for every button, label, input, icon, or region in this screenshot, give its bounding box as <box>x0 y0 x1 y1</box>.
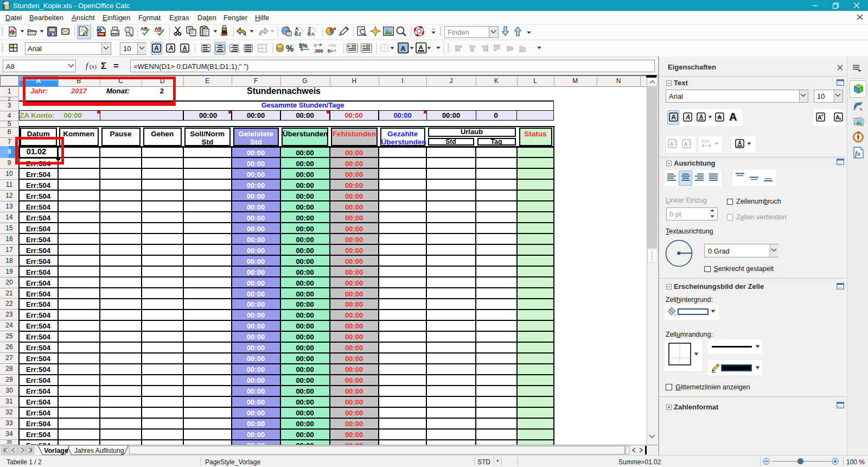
svg-text:A: A <box>295 26 298 31</box>
svg-text:0: 0 <box>328 48 330 54</box>
svg-text:A: A <box>699 113 704 120</box>
svg-text:A: A <box>183 45 187 51</box>
svg-text:0: 0 <box>314 43 317 48</box>
svg-text:A: A <box>168 45 174 52</box>
svg-text:A: A <box>729 111 737 123</box>
svg-text:.000: .000 <box>328 43 336 48</box>
svg-text:A: A <box>684 141 687 147</box>
svg-text:A\V: A\V <box>701 138 710 144</box>
svg-text:fx: fx <box>855 150 860 157</box>
svg-text:A: A <box>738 140 742 146</box>
svg-text:%: % <box>286 44 293 53</box>
svg-text:A: A <box>311 31 315 36</box>
svg-text:Σ: Σ <box>101 61 106 71</box>
svg-text:N: N <box>857 131 859 134</box>
svg-text:$%: $% <box>299 42 308 49</box>
svg-text:AB: AB <box>141 26 148 31</box>
svg-text:A: A <box>669 141 673 147</box>
svg-text:A: A <box>835 114 840 121</box>
svg-text:A: A <box>154 45 159 52</box>
svg-text:A: A <box>818 114 822 121</box>
svg-text:A: A <box>685 113 690 121</box>
svg-text:=: = <box>113 61 119 71</box>
svg-text:PDF: PDF <box>99 33 105 36</box>
svg-text:f: f <box>86 61 89 70</box>
svg-text:A: A <box>671 113 676 121</box>
svg-text:.000: .000 <box>314 48 323 54</box>
svg-text:(x): (x) <box>90 63 97 70</box>
svg-text:Z: Z <box>298 31 301 36</box>
svg-text:A: A <box>419 44 423 51</box>
svg-text:A: A <box>400 45 406 53</box>
svg-text:Z: Z <box>308 26 311 31</box>
